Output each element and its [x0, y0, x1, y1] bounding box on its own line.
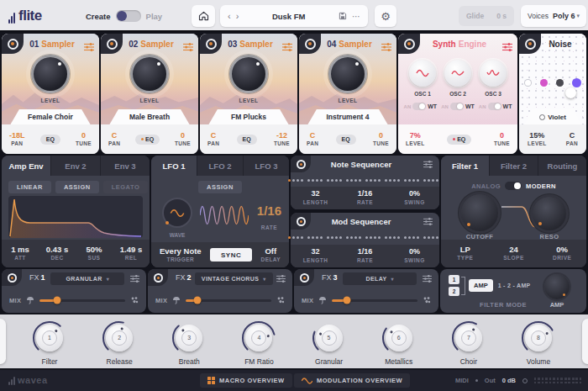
- midi-indicator[interactable]: MIDI: [455, 377, 469, 384]
- eq-button[interactable]: EQ: [336, 135, 356, 145]
- sample-name[interactable]: FM Plucks: [208, 109, 288, 124]
- lfo-wave-knob[interactable]: [162, 198, 192, 228]
- tune-control[interactable]: 0TUNE: [76, 131, 92, 147]
- seq-swing-control[interactable]: 0%SWING: [390, 247, 439, 264]
- fx2-type-dropdown[interactable]: VINTAGE CHORUS▾: [195, 272, 273, 285]
- macro-knob[interactable]: 6: [386, 325, 412, 351]
- osc2-an-wt-toggle[interactable]: [450, 103, 464, 110]
- lfo-trigger-control[interactable]: Every NoteTRIGGER: [160, 246, 202, 264]
- power-button[interactable]: [297, 217, 306, 226]
- sampler-settings-icon[interactable]: [381, 40, 391, 55]
- sustain-control[interactable]: 50%SUS: [76, 245, 113, 262]
- power-button[interactable]: [297, 160, 306, 169]
- fx3-type-dropdown[interactable]: DELAY▾: [343, 272, 417, 285]
- macro-knob[interactable]: 2: [106, 325, 133, 351]
- amp-knob[interactable]: [544, 274, 570, 299]
- osc1-an-wt-toggle[interactable]: [412, 103, 426, 110]
- sampler-settings-icon[interactable]: [282, 40, 292, 55]
- seq-rate-control[interactable]: 1/16RATE: [340, 247, 390, 264]
- pan-control[interactable]: CPAN: [307, 131, 318, 147]
- modern-label[interactable]: MODERN: [526, 182, 556, 190]
- level-knob[interactable]: [130, 55, 169, 93]
- power-button[interactable]: [525, 39, 536, 50]
- pan-control[interactable]: -18LPAN: [9, 131, 25, 147]
- tab-lfo-1[interactable]: LFO 1: [151, 156, 197, 176]
- seq-rate-control[interactable]: 1/16RATE: [340, 189, 390, 206]
- next-preset-arrow[interactable]: ›: [234, 12, 242, 21]
- amp-node-button[interactable]: AMP: [469, 279, 493, 292]
- glide-control-disabled[interactable]: Glide 0 s: [459, 6, 514, 26]
- filter-drive-control[interactable]: 0%DRIVE: [538, 245, 586, 262]
- sampler-settings-icon[interactable]: [183, 40, 193, 55]
- fx1-mix-slider[interactable]: [39, 299, 125, 302]
- save-icon[interactable]: [336, 12, 349, 20]
- macro-knob[interactable]: 8: [525, 325, 552, 351]
- fx-settings-icon[interactable]: [423, 275, 432, 283]
- level-knob[interactable]: [229, 55, 268, 93]
- play-label[interactable]: Play: [146, 12, 163, 21]
- home-button[interactable]: [192, 5, 215, 27]
- tab-amp-env[interactable]: Amp Env: [2, 156, 51, 176]
- noise-color-violet[interactable]: [572, 78, 581, 87]
- osc1-knob[interactable]: [409, 60, 436, 87]
- pan-control[interactable]: CPAN: [108, 131, 120, 147]
- slider-handle[interactable]: [194, 297, 202, 304]
- tab-env-3[interactable]: Env 3: [101, 156, 150, 176]
- sample-name[interactable]: Female Choir: [10, 109, 90, 124]
- settings-button[interactable]: ⚙: [375, 5, 396, 27]
- synth-tune-control[interactable]: 0TUNE: [494, 131, 510, 147]
- step-dots[interactable]: [297, 233, 433, 241]
- fx-settings-icon[interactable]: [276, 275, 286, 283]
- fx2-mix-slider[interactable]: [186, 299, 271, 302]
- lfo-sync-button[interactable]: SYNC: [210, 248, 252, 262]
- synth-level-control[interactable]: 7%LEVEL: [406, 131, 424, 147]
- sampler-settings-icon[interactable]: [84, 40, 94, 55]
- seq-length-control[interactable]: 32LENGTH: [291, 247, 340, 264]
- sample-name[interactable]: Male Breath: [109, 109, 189, 124]
- preset-name[interactable]: Dusk FM: [241, 12, 336, 21]
- power-button[interactable]: [300, 273, 309, 283]
- filter-type-control[interactable]: LPTYPE: [441, 245, 490, 262]
- prev-preset-arrow[interactable]: ‹: [225, 12, 234, 21]
- eq-button[interactable]: EQ: [135, 135, 160, 145]
- noise-pan-control[interactable]: CPAN: [566, 131, 578, 147]
- macro-knob[interactable]: 1: [36, 325, 63, 351]
- noise-color-dark[interactable]: [556, 79, 564, 87]
- power-button[interactable]: [107, 39, 118, 50]
- power-button[interactable]: [154, 273, 163, 283]
- analog-label[interactable]: ANALOG: [471, 182, 501, 190]
- assign-button[interactable]: ASSIGN: [55, 181, 99, 193]
- sequencer-settings-icon[interactable]: [423, 218, 433, 225]
- tab-routing[interactable]: Routing: [538, 156, 586, 176]
- macro-knob[interactable]: 4: [245, 325, 272, 351]
- lfo-assign-button[interactable]: ASSIGN: [198, 181, 242, 193]
- seq-swing-control[interactable]: 0%SWING: [390, 189, 439, 206]
- macro-overview-button[interactable]: MACRO OVERVIEW: [200, 373, 292, 388]
- level-knob[interactable]: [31, 55, 70, 93]
- resonance-knob[interactable]: [533, 197, 566, 230]
- modulation-overview-button[interactable]: MODULATION OVERVIEW: [294, 373, 410, 388]
- filter-slope-control[interactable]: 24SLOPE: [490, 245, 538, 262]
- voices-selector[interactable]: Voices Poly 6 ▾: [521, 5, 586, 27]
- macro-knob[interactable]: 5: [316, 325, 343, 351]
- eq-button[interactable]: EQ: [237, 135, 257, 145]
- create-play-toggle[interactable]: [116, 10, 141, 22]
- tab-lfo-3[interactable]: LFO 3: [244, 156, 289, 176]
- pan-control[interactable]: CPAN: [207, 131, 219, 147]
- tab-lfo-2[interactable]: LFO 2: [197, 156, 244, 176]
- sample-name[interactable]: Instrument 4: [307, 109, 387, 124]
- create-label[interactable]: Create: [86, 12, 111, 21]
- macro-knob[interactable]: 3: [176, 325, 202, 351]
- tab-env-2[interactable]: Env 2: [51, 156, 101, 176]
- power-button[interactable]: [404, 39, 415, 50]
- tab-filter-1[interactable]: Filter 1: [441, 156, 490, 176]
- output-gain-value[interactable]: 0 dB: [502, 377, 516, 384]
- left-drawer-handle[interactable]: [0, 319, 6, 364]
- fx3-mix-slider[interactable]: [332, 299, 417, 302]
- legato-button[interactable]: LEGATO: [103, 181, 149, 193]
- release-control[interactable]: 1.49 sREL: [113, 245, 150, 262]
- fx1-type-dropdown[interactable]: GRANULAR▾: [50, 272, 124, 285]
- cutoff-knob[interactable]: [461, 194, 498, 231]
- tab-filter-2[interactable]: Filter 2: [490, 156, 538, 176]
- osc3-knob[interactable]: [480, 60, 507, 87]
